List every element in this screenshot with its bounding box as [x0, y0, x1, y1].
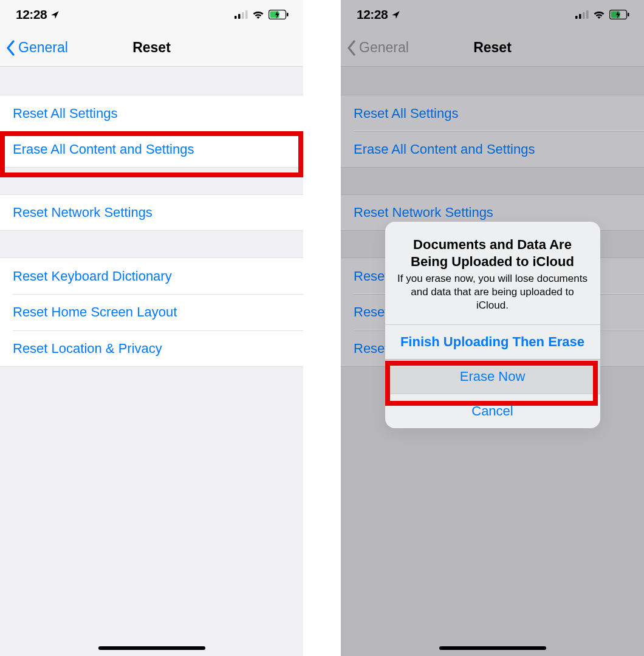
cell-label: Reset Home Screen Layout [13, 304, 177, 320]
svg-rect-1 [238, 14, 241, 19]
cell-label: Reset Keyboard Dictionary [13, 268, 172, 284]
alert-button-erase-now[interactable]: Erase Now [385, 359, 600, 394]
nav-back-button[interactable]: General [6, 39, 68, 56]
cell-reset-home-screen-layout[interactable]: Reset Home Screen Layout [0, 294, 303, 330]
cell-reset-keyboard-dictionary[interactable]: Reset Keyboard Dictionary [0, 258, 303, 294]
nav-back-label: General [18, 39, 68, 56]
alert-button-cancel[interactable]: Cancel [385, 394, 600, 428]
group-3: Reset Keyboard Dictionary Reset Home Scr… [0, 258, 303, 367]
status-time: 12:28 [16, 7, 47, 22]
cell-label: Reset Location & Privacy [13, 341, 162, 357]
chevron-left-icon [6, 40, 16, 56]
svg-rect-5 [287, 13, 289, 16]
settings-list: Reset All Settings Erase All Content and… [0, 95, 303, 367]
alert-button-label: Finish Uploading Then Erase [400, 334, 584, 350]
phone-left: 12:28 [0, 0, 303, 656]
group-2: Reset Network Settings [0, 194, 303, 231]
screenshot-gap [303, 0, 341, 656]
cell-label: Erase All Content and Settings [13, 142, 194, 157]
location-services-icon [50, 10, 60, 19]
cell-label: Reset All Settings [13, 106, 117, 121]
group-1: Reset All Settings Erase All Content and… [0, 95, 303, 168]
alert-title: Documents and Data Are Being Uploaded to… [397, 236, 588, 270]
alert-body: Documents and Data Are Being Uploaded to… [385, 222, 600, 324]
alert-icloud-upload: Documents and Data Are Being Uploaded to… [385, 222, 600, 428]
alert-button-finish-upload[interactable]: Finish Uploading Then Erase [385, 324, 600, 359]
cell-reset-all-settings[interactable]: Reset All Settings [0, 95, 303, 131]
cell-reset-location-and-privacy[interactable]: Reset Location & Privacy [0, 330, 303, 367]
alert-message: If you erase now, you will lose document… [397, 272, 588, 312]
alert-button-label: Cancel [471, 403, 513, 419]
cellular-signal-icon [235, 10, 248, 19]
svg-rect-2 [242, 12, 244, 19]
wifi-icon [252, 10, 264, 19]
cell-reset-network-settings[interactable]: Reset Network Settings [0, 194, 303, 231]
cell-erase-all-content-and-settings[interactable]: Erase All Content and Settings [0, 131, 303, 168]
status-right [235, 10, 289, 19]
alert-button-label: Erase Now [460, 369, 526, 384]
status-bar: 12:28 [0, 0, 303, 29]
home-indicator[interactable] [98, 646, 205, 650]
nav-bar: General Reset [0, 29, 303, 67]
phone-right: 12:28 [341, 0, 644, 656]
status-left: 12:28 [16, 7, 60, 22]
svg-rect-3 [245, 10, 248, 19]
cell-label: Reset Network Settings [13, 205, 152, 220]
svg-rect-0 [235, 16, 237, 19]
battery-charging-icon [269, 10, 289, 19]
